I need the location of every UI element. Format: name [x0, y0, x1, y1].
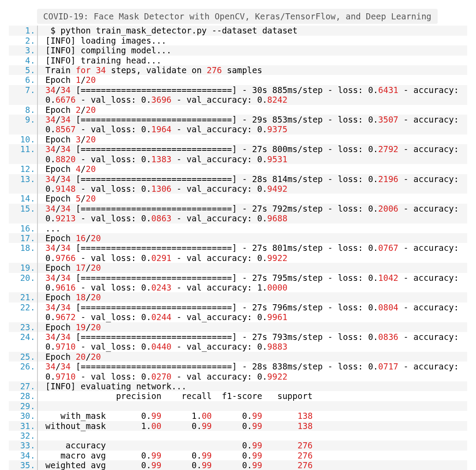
token-number: 34: [45, 243, 56, 253]
token-number: 20: [76, 352, 86, 362]
gutter-separator: [37, 411, 38, 421]
token-number: 34: [45, 204, 56, 213]
token-number: 8242: [267, 95, 287, 104]
code-line: 15.34/34 [==============================…: [9, 204, 467, 224]
token-number: 8820: [56, 154, 76, 164]
token-number: 34: [45, 144, 56, 154]
line-number: 8.: [9, 105, 37, 115]
token-number: 20: [91, 292, 101, 302]
code-line: 18.34/34 [==============================…: [9, 243, 467, 263]
token-text: - val_loss: 0.: [76, 124, 152, 134]
code-content: [INFO] training head...: [39, 56, 467, 65]
token-number: 9688: [267, 213, 287, 223]
token-text: [45, 401, 50, 411]
line-number: 34.: [9, 451, 37, 460]
token-number: 34: [60, 85, 71, 95]
token-number: 9710: [56, 342, 76, 351]
gutter-separator: [37, 401, 38, 411]
gutter-separator: [37, 391, 38, 401]
line-number: 29.: [9, 401, 37, 411]
token-text: [45, 431, 50, 440]
token-number: 9616: [56, 283, 76, 292]
token-text: /: [86, 352, 91, 362]
gutter-separator: [37, 45, 38, 55]
token-number: 6431: [378, 85, 398, 95]
token-number: 9213: [56, 213, 76, 223]
token-number: 34: [60, 243, 71, 253]
code-content: [39, 431, 467, 440]
token-text: - val_loss: 0.: [76, 253, 152, 263]
token-number: 34: [45, 362, 56, 371]
token-number: 1306: [151, 184, 171, 194]
line-number: 19.: [9, 263, 37, 272]
token-number: 0000: [267, 283, 287, 292]
code-content: [INFO] evaluating network...: [39, 381, 467, 391]
code-content: accuracy 0.99 276: [39, 440, 467, 450]
token-number: 18: [76, 292, 86, 302]
token-text: 0.: [161, 460, 202, 470]
token-text: 0.: [212, 460, 253, 470]
token-text: Epoch: [45, 263, 76, 272]
token-number: 99: [151, 451, 161, 460]
gutter-separator: [37, 460, 38, 470]
code-content: Epoch 3/20: [39, 134, 467, 144]
token-text: - val_accuracy: 1.: [171, 283, 267, 292]
token-text: [262, 411, 298, 421]
gutter-separator: [37, 194, 38, 203]
line-number: 10.: [9, 134, 37, 144]
token-text: 1.: [161, 411, 202, 421]
token-text: precision recall f1-score support: [45, 391, 312, 401]
token-number: 9961: [267, 312, 287, 322]
token-text: Epoch: [45, 322, 76, 332]
token-text: [==============================] - 27s 7…: [71, 273, 378, 283]
token-number: 16: [76, 233, 86, 243]
token-text: with_mask 0.: [45, 411, 151, 421]
code-content: Epoch 5/20: [39, 194, 467, 203]
code-content: Epoch 20/20: [39, 352, 467, 362]
code-content: 34/34 [==============================] -…: [39, 85, 467, 105]
token-text: - val_loss: 0.: [76, 95, 152, 104]
token-text: - val_loss: 0.: [76, 283, 152, 292]
code-line: 28. precision recall f1-score support: [9, 391, 467, 401]
token-number: 20: [91, 263, 101, 272]
line-number: 18.: [9, 243, 37, 263]
line-number: 1.: [9, 26, 37, 35]
token-text: /: [56, 144, 60, 154]
token-number: 34: [96, 65, 106, 75]
token-text: /: [86, 292, 91, 302]
token-number: 34: [60, 144, 71, 154]
token-text: /: [86, 322, 91, 332]
code-content: 34/34 [==============================] -…: [39, 302, 467, 322]
gutter-separator: [37, 56, 38, 65]
token-number: 6676: [56, 95, 76, 104]
code-content: Epoch 18/20: [39, 292, 467, 302]
token-number: 1383: [151, 154, 171, 164]
token-text: [262, 451, 298, 460]
gutter-separator: [37, 431, 38, 440]
token-text: Epoch: [45, 164, 76, 174]
code-title: COVID-19: Face Mask Detector with OpenCV…: [37, 9, 438, 24]
token-number: 99: [252, 451, 262, 460]
token-number: 3: [76, 134, 81, 144]
token-text: Epoch: [45, 292, 76, 302]
token-number: 99: [252, 411, 262, 421]
code-line: 21.Epoch 18/20: [9, 292, 467, 302]
token-number: 20: [91, 352, 101, 362]
code-content: 34/34 [==============================] -…: [39, 243, 467, 263]
code-line: 12.Epoch 4/20: [9, 164, 467, 174]
token-text: /: [81, 194, 86, 203]
code-content: 34/34 [==============================] -…: [39, 332, 467, 352]
token-number: 2006: [378, 204, 398, 213]
code-line: 20.34/34 [==============================…: [9, 273, 467, 293]
code-block: COVID-19: Face Mask Detector with OpenCV…: [9, 9, 467, 470]
token-text: [==============================] - 28s 8…: [71, 362, 378, 371]
token-text: /: [56, 362, 60, 371]
code-content: 34/34 [==============================] -…: [39, 174, 467, 194]
line-number: 24.: [9, 332, 37, 352]
token-text: Epoch: [45, 105, 76, 115]
token-number: 2196: [378, 174, 398, 184]
code-lines: 1. $ python train_mask_detector.py --dat…: [9, 26, 467, 470]
line-number: 17.: [9, 233, 37, 243]
token-number: 34: [60, 362, 71, 371]
gutter-separator: [37, 243, 38, 263]
